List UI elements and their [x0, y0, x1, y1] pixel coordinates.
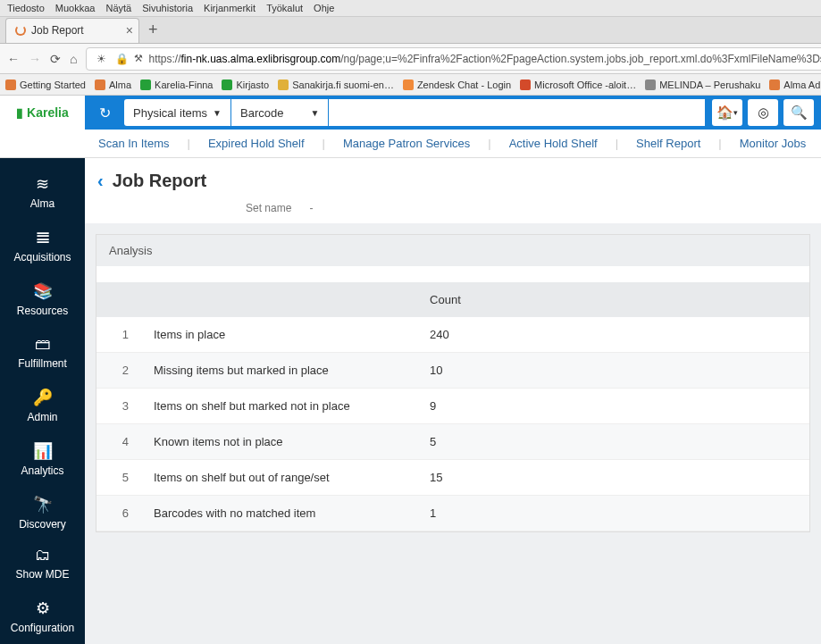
- bookmark-favicon: [5, 79, 16, 90]
- sidebar-item-show mde[interactable]: 🗂 Show MDE: [0, 537, 85, 590]
- row-label: Known items not in place: [141, 424, 417, 460]
- os-menu-item[interactable]: Tiedosto: [7, 3, 45, 13]
- table-row: 3 Items on shelf but marked not in place…: [96, 389, 809, 424]
- home-button[interactable]: ⌂: [70, 50, 77, 68]
- browser-nav-bar: ← → ⟳ ⌂ ☀ 🔒 ⚒ https://fin-nk.uas.alma.ex…: [0, 44, 821, 74]
- sidebar-label: Configuration: [11, 622, 74, 634]
- sidebar-label: Acquisitions: [13, 251, 71, 263]
- brand-logo[interactable]: ▮ Karelia: [0, 96, 85, 130]
- close-icon[interactable]: ×: [126, 23, 133, 38]
- search-scope-secondary[interactable]: Barcode▼: [231, 99, 328, 126]
- panel-heading: Analysis: [96, 235, 809, 266]
- quick-link[interactable]: Active Hold Shelf: [509, 137, 598, 150]
- sidebar-label: Resources: [17, 305, 68, 317]
- sidebar-icon: 𝌆: [13, 228, 71, 247]
- quick-link[interactable]: Manage Patron Services: [343, 137, 470, 150]
- row-label: Barcodes with no matched item: [141, 496, 417, 531]
- back-chevron-icon[interactable]: ‹: [97, 171, 104, 191]
- bookmark-item[interactable]: Getting Started: [5, 79, 86, 90]
- search-input[interactable]: [329, 99, 705, 126]
- quick-links-bar: Scan In Items|Expired Hold Shelf|Manage …: [0, 130, 821, 158]
- os-menu-item[interactable]: Ohje: [314, 3, 334, 13]
- lock-icon: 🔒: [115, 53, 129, 65]
- sidebar-item-resources[interactable]: 📚 Resources: [13, 272, 71, 326]
- row-index: 2: [96, 353, 141, 389]
- persistent-search-button[interactable]: ↻: [85, 99, 124, 126]
- quick-link[interactable]: Shelf Report: [636, 137, 700, 150]
- main-sidebar: ≋ Alma 𝌆 Acquisitions 📚 Resources 🗃 Fulf…: [0, 158, 85, 644]
- tab-title: Job Report: [31, 24, 84, 37]
- sidebar-item-fulfillment[interactable]: 🗃 Fulfillment: [13, 326, 71, 379]
- bookmark-favicon: [769, 79, 780, 90]
- reload-button[interactable]: ⟳: [50, 50, 61, 68]
- os-menu-bar: TiedostoMuokkaaNäytäSivuhistoriaKirjanme…: [0, 0, 821, 17]
- bookmark-item[interactable]: Microsoft Office -aloit…: [520, 79, 636, 90]
- sidebar-item-alma[interactable]: ≋ Alma: [13, 165, 71, 219]
- content-area: ‹ Job Report Set name - Analysis Count 1…: [85, 158, 821, 644]
- sidebar-label: Analytics: [21, 464, 63, 477]
- back-button[interactable]: ←: [7, 50, 20, 68]
- app-top-bar: ▮ Karelia ↻ Physical items▼ Barcode▼ 🏠▾ …: [0, 96, 821, 130]
- shield-icon: ☀: [92, 50, 110, 68]
- sidebar-item-acquisitions[interactable]: 𝌆 Acquisitions: [13, 219, 71, 272]
- quick-link[interactable]: Expired Hold Shelf: [208, 137, 305, 150]
- row-index: 6: [96, 496, 141, 531]
- table-row: 1 Items in place 240: [96, 317, 809, 353]
- table-row: 4 Known items not in place 5: [96, 424, 809, 460]
- sidebar-item-discovery[interactable]: 🔭 Discovery: [13, 486, 71, 539]
- col-header-count: Count: [417, 282, 809, 317]
- row-count: 1: [417, 496, 809, 531]
- row-index: 5: [96, 460, 141, 496]
- os-menu-item[interactable]: Muokkaa: [55, 3, 96, 13]
- bookmark-favicon: [645, 79, 656, 90]
- bookmark-item[interactable]: Kirjasto: [222, 79, 269, 90]
- row-count: 10: [417, 353, 809, 389]
- meta-label: Set name: [246, 202, 291, 214]
- os-menu-item[interactable]: Työkalut: [266, 3, 303, 13]
- quick-link[interactable]: Scan In Items: [98, 137, 169, 150]
- search-scope-primary[interactable]: Physical items▼: [124, 99, 230, 126]
- rfid-button[interactable]: ◎: [748, 99, 778, 126]
- bookmark-item[interactable]: MELINDA – Perushaku: [645, 79, 760, 90]
- bookmark-favicon: [222, 79, 232, 90]
- bookmark-favicon: [140, 79, 151, 90]
- sidebar-item-admin[interactable]: 🔑 Admin: [13, 379, 71, 432]
- new-tab-button[interactable]: +: [148, 21, 158, 39]
- sidebar-icon: 🗃: [13, 335, 71, 354]
- sidebar-label: Admin: [27, 411, 57, 423]
- os-menu-item[interactable]: Sivuhistoria: [142, 3, 193, 13]
- bookmark-item[interactable]: Karelia-Finna: [140, 79, 213, 90]
- bookmark-item[interactable]: Zendesk Chat - Login: [403, 79, 511, 90]
- sidebar-icon: 📊: [13, 441, 71, 461]
- bookmark-item[interactable]: Sanakirja.fi suomi-en…: [278, 79, 394, 90]
- row-count: 5: [417, 424, 809, 460]
- bookmark-item[interactable]: Alma Administration …: [769, 79, 821, 90]
- sidebar-item-analytics[interactable]: 📊 Analytics: [13, 432, 71, 486]
- quick-link[interactable]: Monitor Jobs: [740, 137, 806, 150]
- sidebar-icon: ≋: [13, 174, 71, 194]
- os-menu-item[interactable]: Kirjanmerkit: [204, 3, 256, 13]
- home-menu-button[interactable]: 🏠▾: [712, 99, 742, 126]
- sidebar-item-configuration[interactable]: ⚙ Configuration: [0, 590, 85, 643]
- bookmark-favicon: [95, 79, 105, 90]
- search-icon-button[interactable]: 🔍: [783, 99, 814, 126]
- address-bar[interactable]: ☀ 🔒 ⚒ https://fin-nk.uas.alma.exlibrisgr…: [86, 47, 821, 71]
- table-row: 6 Barcodes with no matched item 1: [96, 496, 809, 531]
- sidebar-icon: 📚: [13, 281, 71, 301]
- forward-button[interactable]: →: [29, 50, 41, 68]
- col-header-index: [96, 282, 141, 317]
- bookmark-bar: Getting Started Alma Karelia-Finna Kirja…: [0, 74, 821, 96]
- col-header-label: [141, 282, 417, 317]
- os-menu-item[interactable]: Näytä: [105, 3, 131, 13]
- row-label: Items on shelf but out of range/set: [141, 460, 417, 496]
- browser-tab-bar: Job Report × +: [0, 17, 821, 44]
- page-title: Job Report: [113, 171, 207, 191]
- sidebar-icon: 🔭: [13, 495, 71, 514]
- analysis-table: Count 1 Items in place 240 2 Missing ite…: [96, 282, 809, 531]
- browser-tab[interactable]: Job Report ×: [5, 18, 139, 43]
- tab-favicon: [15, 25, 26, 36]
- bookmark-item[interactable]: Alma: [95, 79, 131, 90]
- sidebar-label: Fulfillment: [18, 357, 67, 370]
- table-row: 2 Missing items but marked in place 10: [96, 353, 809, 389]
- sidebar-icon: ⚙: [0, 598, 85, 618]
